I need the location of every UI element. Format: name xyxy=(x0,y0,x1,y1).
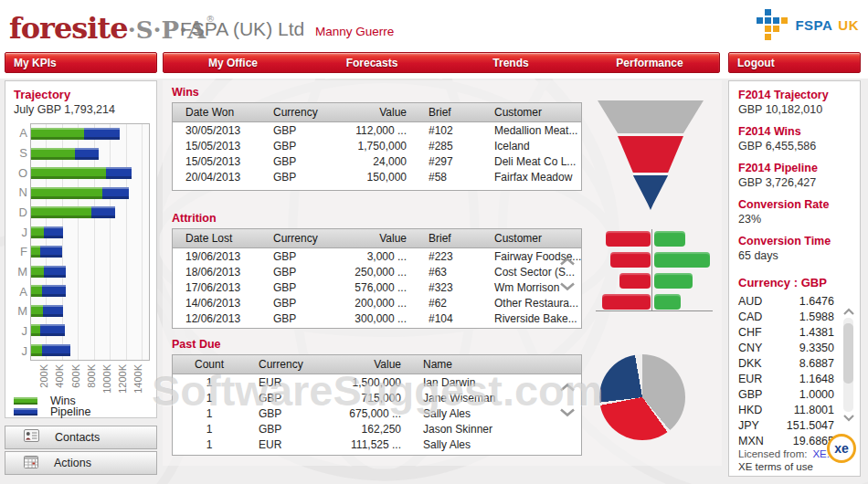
bar-segment-wins xyxy=(31,167,106,179)
currency-code: MXN xyxy=(738,434,764,449)
currency-code: CNY xyxy=(738,341,762,356)
col-brief[interactable]: Brief xyxy=(416,232,482,245)
month-label: A xyxy=(9,126,27,140)
currency-rate: 1.4381 xyxy=(799,325,834,341)
bar-segment-pipeline xyxy=(42,344,70,356)
win-loss-chart[interactable] xyxy=(596,229,713,311)
col-currency[interactable]: Currency xyxy=(260,232,324,245)
lost-bar xyxy=(602,294,651,310)
col-currency[interactable]: Currency xyxy=(260,106,324,119)
kpi-label: F2014 Wins xyxy=(738,125,852,139)
col-count[interactable]: Count xyxy=(173,358,246,371)
col-name[interactable]: Name xyxy=(410,358,581,371)
table-cell: 15/05/2013 xyxy=(173,140,260,153)
currency-code: JPY xyxy=(738,418,759,434)
table-cell: GBP xyxy=(246,392,319,405)
axis-tick-label: 200K xyxy=(39,364,49,388)
trajectory-bar[interactable] xyxy=(31,206,149,218)
table-cell: Jason Skinner xyxy=(410,423,581,436)
table-cell: #102 xyxy=(416,124,482,137)
col-date-won[interactable]: Date Won xyxy=(173,106,260,119)
table-row[interactable]: 1EUR111,525 ...Sally Ales xyxy=(173,437,581,452)
table-row[interactable]: 17/06/2013GBP576,000 ...#323Wm Morrison xyxy=(173,279,581,295)
table-row[interactable]: 15/05/2013GBP24,000#297Deli Meat Co L... xyxy=(173,153,581,169)
currency-row-cad: CAD1.5988 xyxy=(738,310,834,325)
table-cell: EUR xyxy=(246,376,319,389)
nav-item-trends[interactable]: Trends xyxy=(441,57,580,69)
table-cell: 300,000 ... xyxy=(324,312,416,325)
contacts-button[interactable]: Contacts xyxy=(5,426,157,449)
xe-terms-link[interactable]: XE terms of use xyxy=(738,461,813,472)
currency-rate: 1.0000 xyxy=(799,387,834,403)
logout-button[interactable]: Logout xyxy=(728,52,861,73)
scroll-up-icon[interactable] xyxy=(842,308,855,316)
trajectory-bar[interactable] xyxy=(31,266,149,278)
scrollbar-thumb[interactable] xyxy=(843,323,853,384)
table-row[interactable]: 14/06/2013GBP200,000 ...#62Other Restaur… xyxy=(173,295,581,310)
attrition-table: Date LostCurrencyValueBriefCustomer19/06… xyxy=(172,228,582,329)
nav-item-forecasts[interactable]: Forecasts xyxy=(302,57,441,69)
axis-line xyxy=(596,310,713,311)
col-value[interactable]: Value xyxy=(324,232,416,245)
scroll-up-icon[interactable] xyxy=(559,257,576,267)
table-cell: 1 xyxy=(173,376,246,389)
col-value[interactable]: Value xyxy=(324,106,416,119)
table-cell: 17/06/2013 xyxy=(173,281,260,294)
nav-my-kpis[interactable]: My KPIs xyxy=(5,52,157,73)
nav-item-performance[interactable]: Performance xyxy=(580,57,719,69)
trajectory-bar[interactable] xyxy=(31,246,149,258)
table-row[interactable]: 1GBP675,000 ...Sally Ales xyxy=(173,405,581,421)
col-date-lost[interactable]: Date Lost xyxy=(173,232,260,245)
currency-rate: 9.3350 xyxy=(799,341,834,356)
table-row[interactable]: 30/05/2013GBP112,000 ...#102Medallion Me… xyxy=(173,122,581,138)
trajectory-bar[interactable] xyxy=(31,226,149,238)
table-cell: 150,000 xyxy=(324,171,416,184)
nav-item-my-office[interactable]: My Office xyxy=(164,57,302,69)
actions-button[interactable]: Actions xyxy=(5,451,157,475)
trajectory-bar[interactable] xyxy=(31,167,149,179)
col-value[interactable]: Value xyxy=(319,358,410,371)
trajectory-chart[interactable]: ASONDJFMAMJJ 200K400K600K800K1000K1200K1… xyxy=(9,123,153,397)
bar-segment-pipeline xyxy=(102,187,128,199)
trajectory-bar[interactable] xyxy=(31,344,149,356)
bar-segment-pipeline xyxy=(40,324,65,336)
trajectory-bar[interactable] xyxy=(31,187,149,199)
legend-label: Pipeline xyxy=(50,405,90,418)
col-currency[interactable]: Currency xyxy=(246,358,319,371)
bar-segment-wins xyxy=(31,305,43,317)
trajectory-bar[interactable] xyxy=(31,305,149,317)
table-row[interactable]: 19/06/2013GBP3,000 ...#223Fairway Foodse… xyxy=(173,248,581,264)
scroll-down-icon[interactable] xyxy=(842,414,855,422)
scrollbar-track[interactable] xyxy=(843,318,853,412)
currency-code: CAD xyxy=(738,310,762,325)
trajectory-bar[interactable] xyxy=(31,148,149,160)
table-row[interactable]: 12/06/2013GBP300,000 ...#104Riverside Ba… xyxy=(173,310,581,326)
table-row[interactable]: 20/04/2013GBP150,000#58Fairfax Meadow xyxy=(173,169,581,184)
col-customer[interactable]: Customer xyxy=(482,232,581,245)
past-due-table: CountCurrencyValueName1EUR1,500,000Ian D… xyxy=(172,354,582,456)
kpi-f2014-wins: F2014 WinsGBP 6,455,586 xyxy=(738,125,852,153)
logo-square xyxy=(765,9,771,16)
table-row[interactable]: 18/06/2013GBP250,000 ...#63Cost Sector (… xyxy=(173,264,581,279)
trajectory-bar[interactable] xyxy=(31,128,149,140)
trajectory-bar[interactable] xyxy=(31,285,149,297)
scroll-down-icon[interactable] xyxy=(559,281,576,291)
table-cell: 1 xyxy=(173,423,246,436)
month-label: J xyxy=(9,324,27,338)
scroll-up-icon[interactable] xyxy=(559,383,576,393)
table-row[interactable]: 1GBP715,000Jane Wiseman xyxy=(173,390,581,405)
table-row[interactable]: 1EUR1,500,000Ian Darwin xyxy=(173,374,581,390)
col-brief[interactable]: Brief xyxy=(416,106,482,119)
trajectory-bar[interactable] xyxy=(31,324,149,336)
scroll-down-icon[interactable] xyxy=(559,407,576,417)
table-row[interactable]: 15/05/2013GBP1,750,000#285Iceland xyxy=(173,138,581,153)
bar-segment-wins xyxy=(31,226,44,238)
col-customer[interactable]: Customer xyxy=(482,106,581,119)
main-content: Wins Date WonCurrencyValueBriefCustomer3… xyxy=(163,80,722,466)
lost-bar xyxy=(619,273,651,289)
pie-chart[interactable] xyxy=(599,354,685,440)
kpi-panel: F2014 TrajectoryGBP 10,182,010F2014 Wins… xyxy=(728,80,861,477)
bar-segment-wins xyxy=(31,148,75,160)
table-row[interactable]: 1GBP162,250Jason Skinner xyxy=(173,421,581,437)
funnel-chart[interactable] xyxy=(596,100,705,213)
